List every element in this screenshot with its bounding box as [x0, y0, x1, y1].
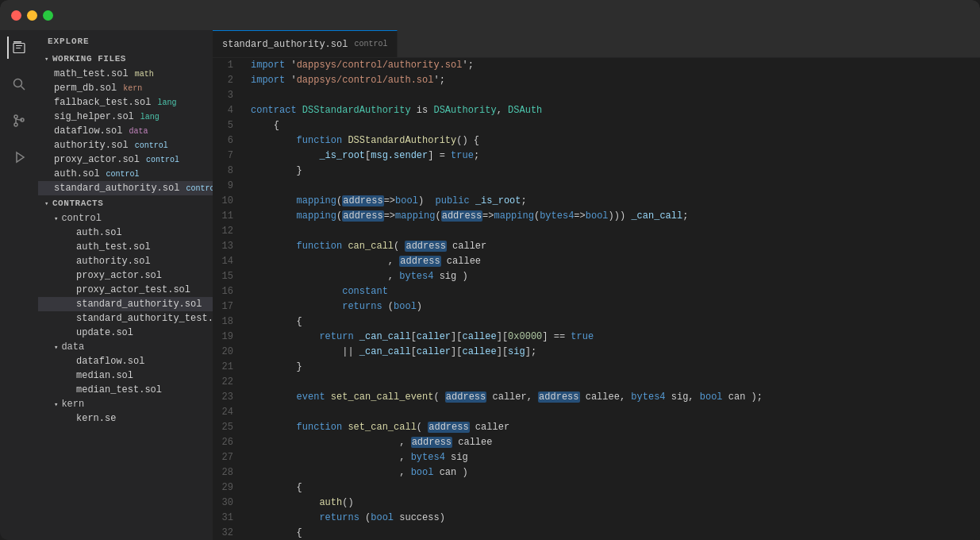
file-dataflow[interactable]: dataflow.soldata	[38, 124, 213, 138]
contracts-header[interactable]: ▾ CONTRACTS	[38, 195, 213, 211]
kw-token: bool	[371, 512, 394, 523]
line-number: 13	[213, 239, 244, 254]
op-token	[251, 497, 319, 508]
kw-token: mapping	[494, 210, 534, 222]
fn-token: can_call	[348, 241, 394, 252]
svg-point-6	[14, 115, 17, 118]
op-token: )	[417, 301, 422, 312]
op-token: ];	[525, 346, 536, 357]
file-perm-db[interactable]: perm_db.solkern	[38, 81, 213, 95]
file-median[interactable]: median.sol	[38, 368, 213, 383]
op-token: (	[382, 301, 394, 312]
file-proxy-actor[interactable]: proxy_actor.solcontrol	[38, 152, 213, 167]
debug-activity-icon[interactable]	[8, 146, 30, 168]
ty-token: DSStandardAuthority	[302, 105, 411, 116]
table-row: 19 return _can_call[caller][callee][0x00…	[213, 330, 980, 345]
op-token	[297, 105, 302, 116]
file-proxy-actor-contracts[interactable]: proxy_actor.sol	[38, 268, 213, 283]
op-token: ][	[451, 331, 462, 342]
explorer-activity-icon[interactable]	[7, 37, 29, 59]
file-auth-test[interactable]: auth_test.sol	[38, 240, 213, 254]
fn-token: set_can_call_event	[331, 392, 434, 403]
op-token: ,	[497, 105, 508, 116]
kw-token: bool	[411, 467, 434, 478]
op-token	[251, 286, 342, 297]
file-fallback-test[interactable]: fallback_test.sollang	[38, 95, 213, 110]
op-token: callee	[452, 437, 492, 448]
op-token: ;	[682, 210, 688, 222]
line-number: 23	[213, 390, 244, 405]
str-token: dappsys/control/authority.sol	[297, 60, 463, 71]
line-code: , address callee	[244, 254, 980, 269]
file-dataflow-contracts[interactable]: dataflow.sol	[38, 354, 213, 368]
close-button[interactable]	[11, 10, 21, 21]
file-auth-contracts[interactable]: auth.sol	[38, 226, 213, 240]
op-token: callee,	[580, 392, 632, 403]
fn-token: DSStandardAuthority	[348, 135, 456, 146]
file-median-test[interactable]: median_test.sol	[38, 383, 213, 397]
file-kern-se[interactable]: kern.se	[38, 411, 213, 426]
address-highlight: address	[342, 210, 383, 222]
op-token	[251, 195, 297, 206]
folder-data[interactable]: ▾ data	[38, 340, 213, 354]
file-update[interactable]: update.sol	[38, 326, 213, 340]
minimize-button[interactable]	[27, 10, 37, 21]
svg-line-5	[21, 87, 25, 91]
kw-token: contract	[251, 105, 297, 116]
op-token: ][	[497, 331, 508, 342]
bool-kw-token: true	[451, 150, 474, 161]
op-token: (	[435, 210, 440, 222]
op-token: () {	[456, 135, 479, 146]
table-row: 29 {	[213, 480, 980, 496]
code-editor[interactable]: 1import 'dappsys/control/authority.sol';…	[213, 58, 980, 540]
op-token: ;	[521, 195, 527, 206]
line-code: }	[244, 360, 980, 375]
git-activity-icon[interactable]	[8, 110, 30, 132]
table-row: 31 returns (bool success)	[213, 511, 980, 526]
file-authority[interactable]: authority.solcontrol	[38, 138, 213, 152]
active-tab[interactable]: standard_authority.sol control	[213, 30, 398, 57]
svg-point-4	[14, 79, 22, 87]
table-row: 10 mapping(address=>bool) public _is_roo…	[213, 194, 980, 209]
line-number: 16	[213, 284, 244, 299]
search-activity-icon[interactable]	[8, 73, 30, 95]
sidebar: EXPLORE ▾ WORKING FILES math_test.solmat…	[38, 30, 213, 540]
line-number: 14	[213, 254, 244, 269]
table-row: 6 function DSStandardAuthority() {	[213, 133, 980, 148]
folder-kern[interactable]: ▾ kern	[38, 397, 213, 411]
table-row: 15 , bytes4 sig )	[213, 269, 980, 284]
line-code: , bytes4 sig )	[244, 269, 980, 284]
line-code: import 'dappsys/control/auth.sol';	[244, 73, 980, 88]
file-proxy-actor-test[interactable]: proxy_actor_test.sol	[38, 283, 213, 297]
op-token: =>	[384, 195, 395, 206]
table-row: 18 {	[213, 314, 980, 330]
file-authority-contracts[interactable]: authority.sol	[38, 254, 213, 268]
op-token: callee	[441, 256, 481, 267]
file-standard-authority-contracts[interactable]: standard_authority.sol	[38, 297, 213, 311]
op-token: (	[417, 422, 428, 433]
kw-token: returns	[319, 512, 359, 523]
line-number: 4	[213, 103, 244, 118]
kw-token: mapping	[297, 210, 336, 222]
kw-token: bytes4	[411, 452, 445, 463]
var-token: caller	[417, 331, 451, 342]
table-row: 23 event set_can_call_event( address cal…	[213, 390, 980, 405]
line-code: import 'dappsys/control/authority.sol';	[244, 58, 980, 73]
maximize-button[interactable]	[43, 10, 53, 21]
file-auth[interactable]: auth.solcontrol	[38, 167, 213, 181]
working-files-header[interactable]: ▾ WORKING FILES	[38, 51, 213, 67]
file-standard-authority-working[interactable]: standard_authority.solcontrol	[38, 181, 213, 195]
svg-marker-10	[17, 152, 24, 162]
op-token: )))	[609, 210, 632, 222]
kw-token: bool	[394, 301, 417, 312]
table-row: 7 _is_root[msg.sender] = true;	[213, 148, 980, 164]
file-sig-helper[interactable]: sig_helper.sollang	[38, 110, 213, 124]
file-standard-authority-test[interactable]: standard_authority_test.sol	[38, 311, 213, 326]
table-row: 14 , address callee	[213, 254, 980, 269]
op-token: ||	[251, 346, 359, 357]
folder-control-arrow: ▾	[54, 214, 58, 223]
active-tab-filename: standard_authority.sol	[222, 39, 348, 50]
line-number: 9	[213, 179, 244, 194]
file-math-test[interactable]: math_test.solmath	[38, 67, 213, 81]
folder-control[interactable]: ▾ control	[38, 211, 213, 226]
